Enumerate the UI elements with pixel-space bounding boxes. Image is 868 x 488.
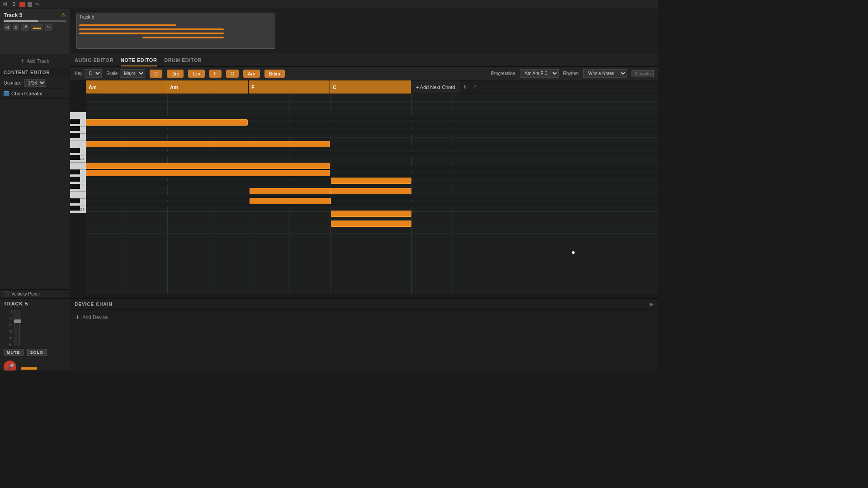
fader-knob[interactable] [14,319,21,323]
s-ctrl-btn[interactable]: S [13,23,19,31]
volume-bar[interactable] [4,20,66,22]
note-E3[interactable] [86,170,330,176]
chord-btn-Dm[interactable]: Dm [167,70,184,78]
tab-drum[interactable]: DRUM EDITOR [164,55,202,66]
eq-ctrl-btn[interactable]: ▬▬ [31,23,43,31]
key-select[interactable]: C D E F G A B [85,69,102,78]
h-scrollbar[interactable] [70,294,658,298]
grid-h-5 [86,130,658,131]
note-E4[interactable] [86,119,248,126]
black-key-row-5 [86,152,658,156]
black-key-row-3 [86,130,658,135]
grid-v-sub-5 [452,94,453,294]
key-Eb3[interactable] [70,198,80,203]
add-chord-btn[interactable]: + Add Next Chord [411,80,460,94]
staccato-toggle[interactable]: Staccato [632,70,654,77]
clip-line-5 [142,37,179,38]
key-B3[interactable] [70,163,86,170]
scale-select[interactable]: Major Minor [120,69,145,78]
track-clip-area: Track 5 [70,9,658,54]
tab-note[interactable]: NOTE EDITOR [121,55,157,66]
grid-area[interactable] [86,94,658,294]
cursor-dot [572,251,575,254]
mic-ctrl-btn[interactable]: 🎤 [21,23,29,31]
key-Bb3[interactable] [70,169,80,174]
chord-segment-Am2[interactable]: Am [167,80,249,94]
note-A3[interactable] [86,163,330,169]
record-button[interactable]: 🎤 [4,361,16,371]
key-E3[interactable] [70,192,86,199]
note-C4[interactable] [86,141,330,147]
key-Gb4[interactable] [70,133,80,138]
key-Eb4[interactable] [70,148,80,153]
m-button[interactable]: M [2,1,8,7]
grid-h-2 [86,108,658,109]
expand-icon[interactable]: ▶ [650,301,654,307]
chord-btn-Am[interactable]: Am [243,70,260,78]
piano-roll-container: Am Am F C + Add Next Chord 6 7 [70,80,658,298]
note-A3-F[interactable] [250,198,331,204]
add-track-label: Add Track [27,58,49,64]
chord-segment-C[interactable]: C [330,80,411,94]
key-Ab4[interactable] [70,126,80,131]
eq-button[interactable]: ▬▬ [21,361,37,371]
toolbar-right: Progression Am Am F C C G Am F Rhythm Wh… [491,69,654,78]
note-E3-C[interactable] [331,221,411,227]
piano-keys: C4 C3 [70,94,86,294]
progression-select[interactable]: Am Am F C C G Am F [520,69,559,78]
fader-labels: 8 16 24 32 54 64 [4,310,13,346]
velocity-panel-checkbox[interactable] [4,291,9,296]
grid-h-17 [86,219,658,219]
solo-button[interactable]: SOLO [27,349,47,356]
note-C4-F[interactable] [250,188,331,194]
right-content: Track 5 AUDIO EDITOR NOTE EDITOR DRUM ED… [70,9,658,298]
editor-tabs: AUDIO EDITOR NOTE EDITOR DRUM EDITOR [70,54,658,67]
note-editor-toolbar: Key C D E F G A B Scale Major Minor [70,67,658,80]
volume-fill [4,20,38,22]
key-Db3[interactable] [70,206,80,211]
rhythm-select[interactable]: Whole Notes Half Notes Quarter Notes [583,69,627,78]
chord-creator-checkbox[interactable] [4,91,9,96]
key-E4[interactable] [70,141,86,148]
chord-btn-F[interactable]: F [209,70,222,78]
grid-h-6 [86,137,658,138]
fader-track[interactable] [14,310,20,346]
quantize-select[interactable]: 1/16 1/8 1/4 [24,79,46,87]
track-clip[interactable]: Track 5 [76,13,275,49]
chord-creator-label: Chord Creator [11,91,43,96]
note-E4-C[interactable] [331,178,411,184]
chord-row-area: Am Am F C + Add Next Chord 6 7 [70,80,658,94]
add-track-area[interactable]: + Add Track [0,54,70,68]
fader-label-54: 54 [4,336,13,339]
wave-ctrl-btn[interactable]: 〜 [45,23,52,31]
fader-label-24: 24 [4,323,13,326]
chord-btn-G[interactable]: G [226,70,239,78]
chord-btn-Bdim[interactable]: Bdim [264,70,285,78]
key-Gb3[interactable] [70,184,80,189]
grid-h-14 [86,197,658,197]
s-button[interactable]: S [11,1,17,7]
key-Ab3[interactable] [70,177,80,182]
mute-solo-row: MUTE SOLO [4,349,66,356]
tab-audio[interactable]: AUDIO EDITOR [75,55,113,66]
key-Bb4[interactable] [70,119,80,124]
key-B4[interactable] [70,112,86,119]
m-ctrl-btn[interactable]: M [4,23,11,31]
chord-segment-F[interactable]: F [249,80,330,94]
key-Db4[interactable] [70,155,80,160]
chord-btn-Em[interactable]: Em [188,70,205,78]
mute-button[interactable]: MUTE [4,349,24,356]
track-header: Track 5 ⚠ M S 🎤 ▬▬ 〜 [0,9,70,54]
key-group: Key C D E F G A B [75,69,102,78]
note-C4-C[interactable] [331,188,411,194]
track-title: Track 5 [4,12,22,19]
chord-btn-C[interactable]: C [150,70,162,78]
grid-h-15 [86,204,658,205]
bottom-area: TRACK 5 8 16 24 32 54 64 MUTE SOLO 🎤 ▬▬ [0,298,658,371]
note-G3-C[interactable] [331,211,411,217]
clip-line-2 [79,28,224,30]
chord-segment-Am1[interactable]: Am [86,80,167,94]
grid-num-7: 7 [470,80,480,94]
add-device-btn[interactable]: + Add Device [70,310,658,325]
stop-indicator [28,2,32,7]
